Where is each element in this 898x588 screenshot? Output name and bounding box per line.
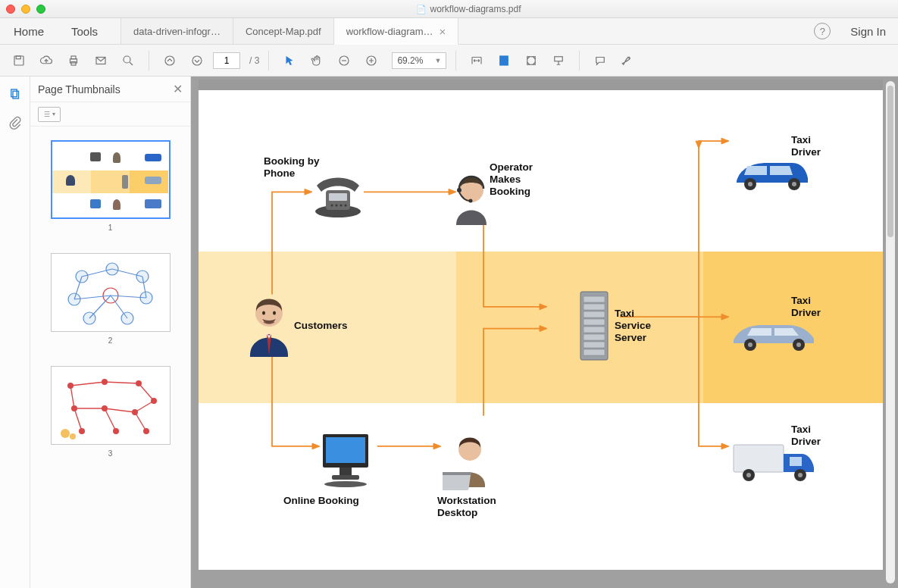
svg-point-76 — [457, 188, 462, 192]
telephone-icon — [309, 170, 368, 222]
svg-marker-66 — [721, 314, 729, 320]
svg-point-51 — [143, 428, 149, 434]
svg-rect-15 — [13, 91, 19, 99]
tabstrip: data-driven-infogr… Concept-Map.pdf work… — [120, 18, 806, 44]
minimize-window-icon[interactable] — [21, 5, 30, 14]
email-icon[interactable] — [89, 49, 112, 72]
zoom-in-icon[interactable] — [360, 49, 383, 72]
label-online-booking: Online Booking — [283, 495, 359, 507]
tab-concept-map[interactable]: Concept-Map.pdf — [233, 18, 334, 44]
svg-point-8 — [192, 56, 202, 65]
pointer-tool-icon[interactable] — [278, 49, 301, 72]
thumbnail-page-1[interactable]: 1 — [51, 140, 171, 232]
thumbnail-number: 3 — [51, 449, 171, 458]
attachments-rail-icon[interactable] — [5, 113, 25, 133]
page-number-input[interactable] — [213, 52, 240, 69]
thumbnail-panel-title: Page Thumbnails — [38, 83, 120, 95]
save-icon[interactable] — [8, 49, 30, 72]
scrollbar-thumb[interactable] — [887, 86, 893, 237]
vertical-scrollbar[interactable] — [886, 81, 895, 583]
menu-home[interactable]: Home — [0, 18, 58, 44]
customer-person-icon — [242, 286, 296, 361]
svg-point-42 — [67, 383, 74, 389]
svg-point-72 — [336, 205, 338, 207]
menu-tools[interactable]: Tools — [58, 18, 111, 44]
sign-in-button[interactable]: Sign In — [838, 18, 898, 44]
svg-point-49 — [79, 428, 85, 434]
svg-marker-67 — [721, 443, 729, 449]
thumbnails-rail-icon[interactable] — [5, 84, 25, 104]
svg-point-83 — [262, 311, 265, 315]
comment-icon[interactable] — [589, 49, 612, 72]
sidebar-icon-rail — [0, 77, 30, 588]
svg-line-35 — [70, 386, 74, 408]
page-down-icon[interactable] — [186, 49, 208, 72]
sedan-icon — [729, 316, 818, 357]
svg-point-74 — [345, 205, 347, 207]
page-canvas: Booking by Phone Operator Makes Booking … — [199, 90, 883, 570]
page-total: / 3 — [249, 55, 259, 66]
tab-data-driven[interactable]: data-driven-infogr… — [120, 18, 233, 44]
print-icon[interactable] — [62, 49, 85, 72]
thumbnail-number: 2 — [51, 336, 171, 345]
svg-rect-107 — [734, 445, 784, 472]
thumbnail-panel: Page Thumbnails ✕ ☰ 1 — [30, 77, 191, 588]
close-tab-icon[interactable]: × — [440, 25, 446, 38]
svg-line-39 — [74, 408, 82, 431]
menubar: Home Tools data-driven-infogr… Concept-M… — [0, 18, 898, 45]
zoom-select[interactable]: 69.2%▼ — [392, 52, 446, 69]
help-icon[interactable]: ? — [814, 23, 831, 39]
svg-point-43 — [102, 379, 108, 385]
svg-line-38 — [135, 401, 154, 412]
window-title: workflow-diagrams.pdf — [45, 4, 892, 14]
svg-line-32 — [70, 382, 105, 386]
svg-point-84 — [273, 311, 276, 315]
document-viewport[interactable]: Booking by Phone Operator Makes Booking … — [191, 77, 898, 588]
tab-label: data-driven-infogr… — [133, 26, 221, 37]
zoom-value: 69.2% — [397, 55, 423, 66]
car-blue-icon — [729, 155, 812, 196]
svg-rect-86 — [584, 296, 605, 302]
svg-rect-102 — [332, 475, 359, 480]
cloud-upload-icon[interactable] — [35, 49, 58, 72]
read-mode-icon[interactable] — [547, 49, 570, 72]
svg-rect-14 — [11, 89, 17, 97]
svg-point-7 — [165, 56, 174, 65]
fullscreen-icon[interactable] — [520, 49, 543, 72]
svg-rect-108 — [790, 457, 802, 466]
hand-tool-icon[interactable] — [305, 49, 328, 72]
monitor-icon — [315, 430, 376, 492]
sign-icon[interactable] — [616, 49, 639, 72]
thumbnail-page-2[interactable]: 2 — [51, 253, 171, 345]
fit-page-icon[interactable] — [493, 49, 515, 72]
svg-rect-11 — [500, 56, 508, 65]
svg-point-79 — [748, 182, 753, 186]
svg-point-45 — [151, 398, 157, 404]
svg-line-41 — [135, 412, 146, 431]
close-window-icon[interactable] — [6, 5, 15, 14]
close-panel-icon[interactable]: ✕ — [173, 82, 183, 96]
svg-rect-90 — [584, 327, 605, 333]
svg-rect-93 — [584, 349, 605, 355]
thumbnail-page-3[interactable]: 3 — [51, 366, 171, 458]
thumbnail-number: 1 — [51, 224, 171, 232]
svg-point-81 — [792, 182, 796, 186]
label-workstation: Workstation Desktop — [437, 495, 496, 519]
tab-workflow-diagrams[interactable]: workflow-diagram…× — [334, 18, 459, 45]
svg-point-48 — [132, 409, 138, 415]
window-titlebar: workflow-diagrams.pdf — [0, 0, 898, 18]
zoom-out-icon[interactable] — [333, 49, 355, 72]
svg-marker-61 — [540, 326, 547, 332]
svg-line-28 — [89, 296, 111, 318]
page-up-icon[interactable] — [158, 49, 181, 72]
thumbnail-options-button[interactable]: ☰ — [38, 107, 61, 122]
maximize-window-icon[interactable] — [36, 5, 45, 14]
svg-point-46 — [71, 405, 77, 411]
fit-width-icon[interactable] — [465, 49, 488, 72]
search-icon[interactable] — [117, 49, 139, 72]
svg-point-47 — [102, 405, 108, 411]
svg-rect-1 — [16, 56, 20, 59]
svg-line-29 — [111, 296, 127, 318]
svg-marker-57 — [540, 304, 547, 310]
svg-line-34 — [139, 383, 154, 401]
